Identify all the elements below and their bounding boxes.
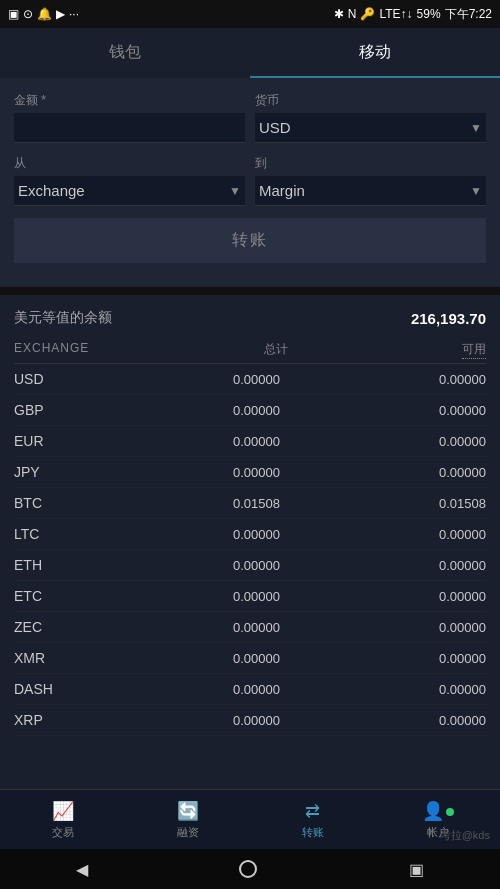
currency-group: 货币 USD ▼ bbox=[255, 92, 486, 143]
status-right-icons: ✱ N 🔑 LTE↑↓ 59% 下午7:22 bbox=[334, 6, 492, 23]
amount-input[interactable] bbox=[14, 113, 245, 143]
available-cell: 0.00000 bbox=[386, 589, 486, 604]
bottom-nav: 📈 交易 🔄 融资 ⇄ 转账 👤 帐户 bbox=[0, 789, 500, 849]
battery-level: 59% bbox=[417, 7, 441, 21]
transfer-icon: ⇄ bbox=[305, 800, 320, 822]
watermark: 考拉@kds bbox=[440, 828, 490, 843]
nfc-icon: N bbox=[348, 7, 357, 21]
currency-cell: XMR bbox=[14, 650, 74, 666]
chevron-down-icon: ▼ bbox=[229, 184, 241, 198]
table-row: USD0.000000.00000 bbox=[14, 364, 486, 395]
amount-group: 金额 * bbox=[14, 92, 245, 143]
amount-currency-row: 金额 * 货币 USD ▼ bbox=[14, 92, 486, 143]
chevron-down-icon: ▼ bbox=[470, 121, 482, 135]
status-left-icons: ▣ ⊙ 🔔 ▶ ··· bbox=[8, 7, 79, 21]
currency-cell: ETH bbox=[14, 557, 74, 573]
currency-cell: EUR bbox=[14, 433, 74, 449]
to-label: 到 bbox=[255, 155, 486, 172]
currency-cell: LTC bbox=[14, 526, 74, 542]
tab-move[interactable]: 移动 bbox=[250, 28, 500, 78]
currency-cell: BTC bbox=[14, 495, 74, 511]
total-cell: 0.00000 bbox=[180, 651, 280, 666]
to-group: 到 Margin ▼ bbox=[255, 155, 486, 206]
table-row: JPY0.000000.00000 bbox=[14, 457, 486, 488]
total-cell: 0.00000 bbox=[180, 372, 280, 387]
exchange-section: EXCHANGE 总计 可用 USD0.000000.00000GBP0.000… bbox=[0, 333, 500, 736]
currency-cell: GBP bbox=[14, 402, 74, 418]
nav-finance[interactable]: 🔄 融资 bbox=[125, 790, 250, 849]
exchange-rows: USD0.000000.00000GBP0.000000.00000EUR0.0… bbox=[14, 364, 486, 736]
available-cell: 0.00000 bbox=[386, 651, 486, 666]
back-button[interactable]: ◀ bbox=[76, 860, 88, 879]
account-icon: 👤 bbox=[422, 800, 454, 822]
signal-lte: LTE↑↓ bbox=[379, 7, 412, 21]
transfer-button[interactable]: 转账 bbox=[14, 218, 486, 263]
table-row: LTC0.000000.00000 bbox=[14, 519, 486, 550]
available-cell: 0.01508 bbox=[386, 496, 486, 511]
from-select[interactable]: Exchange ▼ bbox=[14, 176, 245, 206]
balance-label: 美元等值的余额 bbox=[14, 309, 112, 327]
available-cell: 0.00000 bbox=[386, 434, 486, 449]
balance-value: 216,193.70 bbox=[411, 310, 486, 327]
table-row: XRP0.000000.00000 bbox=[14, 705, 486, 736]
available-cell: 0.00000 bbox=[386, 558, 486, 573]
table-row: ETC0.000000.00000 bbox=[14, 581, 486, 612]
currency-cell: DASH bbox=[14, 681, 74, 697]
app-icon-1: ▣ bbox=[8, 7, 19, 21]
from-group: 从 Exchange ▼ bbox=[14, 155, 245, 206]
table-row: DASH0.000000.00000 bbox=[14, 674, 486, 705]
amount-label: 金额 * bbox=[14, 92, 245, 109]
available-cell: 0.00000 bbox=[386, 465, 486, 480]
table-row: ZEC0.000000.00000 bbox=[14, 612, 486, 643]
tab-wallet[interactable]: 钱包 bbox=[0, 28, 250, 78]
total-cell: 0.01508 bbox=[180, 496, 280, 511]
total-cell: 0.00000 bbox=[180, 589, 280, 604]
chevron-down-icon: ▼ bbox=[470, 184, 482, 198]
system-nav: ◀ ▣ bbox=[0, 849, 500, 889]
col-available-header: 可用 bbox=[462, 341, 486, 359]
account-dot bbox=[446, 808, 454, 816]
available-cell: 0.00000 bbox=[386, 682, 486, 697]
clock: 下午7:22 bbox=[445, 6, 492, 23]
total-cell: 0.00000 bbox=[180, 434, 280, 449]
table-row: XMR0.000000.00000 bbox=[14, 643, 486, 674]
currency-cell: JPY bbox=[14, 464, 74, 480]
available-cell: 0.00000 bbox=[386, 372, 486, 387]
available-cell: 0.00000 bbox=[386, 620, 486, 635]
currency-label: 货币 bbox=[255, 92, 486, 109]
table-row: GBP0.000000.00000 bbox=[14, 395, 486, 426]
main-content: 金额 * 货币 USD ▼ 从 Exchange ▼ 到 bbox=[0, 78, 500, 789]
app-icon-2: ⊙ bbox=[23, 7, 33, 21]
play-icon: ▶ bbox=[56, 7, 65, 21]
home-button[interactable] bbox=[239, 860, 257, 878]
total-cell: 0.00000 bbox=[180, 682, 280, 697]
currency-cell: ZEC bbox=[14, 619, 74, 635]
balance-section: 美元等值的余额 216,193.70 bbox=[0, 293, 500, 333]
currency-cell: USD bbox=[14, 371, 74, 387]
available-cell: 0.00000 bbox=[386, 527, 486, 542]
total-cell: 0.00000 bbox=[180, 620, 280, 635]
available-cell: 0.00000 bbox=[386, 713, 486, 728]
total-cell: 0.00000 bbox=[180, 713, 280, 728]
exchange-header: EXCHANGE 总计 可用 bbox=[14, 333, 486, 364]
recent-button[interactable]: ▣ bbox=[409, 860, 424, 879]
tab-header: 钱包 移动 bbox=[0, 28, 500, 78]
currency-cell: XRP bbox=[14, 712, 74, 728]
exchange-title: EXCHANGE bbox=[14, 341, 89, 359]
available-cell: 0.00000 bbox=[386, 403, 486, 418]
trade-icon: 📈 bbox=[52, 800, 74, 822]
total-cell: 0.00000 bbox=[180, 403, 280, 418]
finance-icon: 🔄 bbox=[177, 800, 199, 822]
total-cell: 0.00000 bbox=[180, 465, 280, 480]
nav-trade[interactable]: 📈 交易 bbox=[0, 790, 125, 849]
form-area: 金额 * 货币 USD ▼ 从 Exchange ▼ 到 bbox=[0, 78, 500, 287]
to-select[interactable]: Margin ▼ bbox=[255, 176, 486, 206]
notification-icon: 🔔 bbox=[37, 7, 52, 21]
bluetooth-icon: ✱ bbox=[334, 7, 344, 21]
table-row: EUR0.000000.00000 bbox=[14, 426, 486, 457]
key-icon: 🔑 bbox=[360, 7, 375, 21]
dots: ··· bbox=[69, 7, 79, 21]
table-row: BTC0.015080.01508 bbox=[14, 488, 486, 519]
nav-transfer[interactable]: ⇄ 转账 bbox=[250, 790, 375, 849]
currency-select[interactable]: USD ▼ bbox=[255, 113, 486, 143]
